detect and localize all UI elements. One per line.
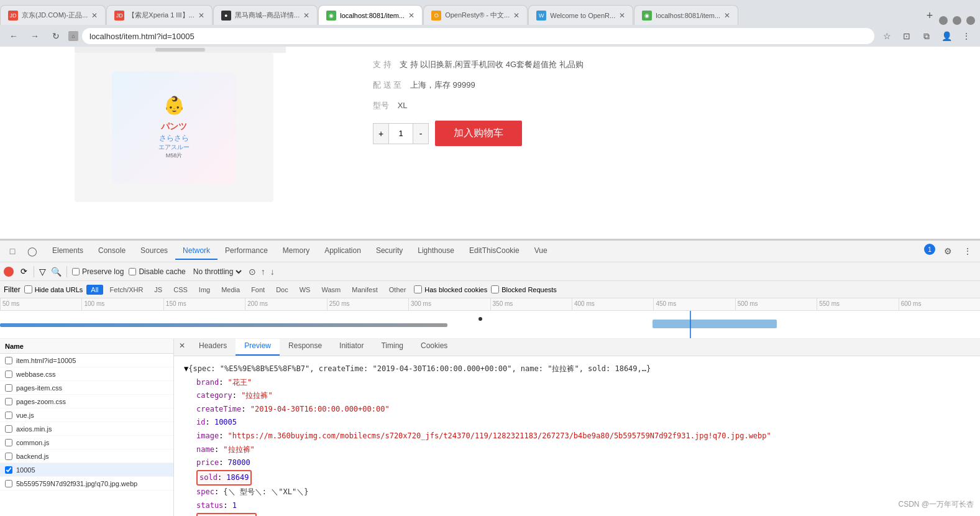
blocked-requests-input[interactable] — [491, 285, 499, 293]
preview-tab-headers[interactable]: Headers — [190, 339, 236, 356]
more-button[interactable]: ⋮ — [958, 27, 975, 45]
filter-tag-doc[interactable]: Doc — [272, 285, 293, 295]
preview-close-button[interactable]: ✕ — [174, 339, 190, 356]
record-button[interactable] — [4, 267, 14, 277]
reload-button[interactable]: ↻ — [47, 27, 65, 45]
file-list-item[interactable]: common.js — [0, 436, 173, 449]
file-list-item[interactable]: pages-item.css — [0, 381, 173, 395]
extensions-icon[interactable]: ⧉ — [918, 27, 935, 45]
tab-close-button[interactable]: ✕ — [91, 11, 98, 20]
devtools-tab-sources[interactable]: Sources — [133, 242, 175, 260]
filter-tag-manifest[interactable]: Manifest — [347, 285, 382, 295]
browser-tab-t7[interactable]: ◉ localhost:8081/item... ✕ — [634, 5, 738, 25]
file-list-item[interactable]: backend.js — [0, 449, 173, 463]
file-list-item[interactable]: axios.min.js — [0, 422, 173, 436]
preview-tab-timing[interactable]: Timing — [372, 339, 412, 356]
close-browser-button[interactable] — [966, 16, 975, 25]
settings-icon[interactable]: ⚙ — [940, 244, 955, 259]
browser-tab-t3[interactable]: ● 黑马商城--商品详情... ✕ — [213, 5, 318, 25]
file-list-item[interactable]: item.html?id=10005 — [0, 354, 173, 367]
preview-tab-response[interactable]: Response — [280, 339, 331, 356]
devtools-tab-console[interactable]: Console — [91, 242, 133, 260]
devtools-tab-security[interactable]: Security — [369, 242, 410, 260]
json-toggle[interactable]: ▼ — [184, 362, 188, 376]
devtools-tab-elements[interactable]: Elements — [45, 242, 91, 260]
preserve-log-input[interactable] — [72, 268, 80, 275]
has-blocked-cookies-input[interactable] — [414, 285, 422, 293]
file-checkbox[interactable] — [5, 384, 12, 392]
minimize-button[interactable] — [939, 16, 948, 25]
file-checkbox[interactable] — [5, 453, 12, 460]
preview-tab-cookies[interactable]: Cookies — [412, 339, 456, 356]
filter-tag-media[interactable]: Media — [217, 285, 244, 295]
quantity-input[interactable] — [388, 124, 413, 144]
filter-tag-img[interactable]: Img — [195, 285, 214, 295]
filter-tag-font[interactable]: Font — [247, 285, 269, 295]
filter-tag-other[interactable]: Other — [385, 285, 411, 295]
file-checkbox[interactable] — [5, 398, 12, 405]
tab-close-button[interactable]: ✕ — [513, 11, 520, 20]
tab-close-button[interactable]: ✕ — [408, 11, 414, 20]
file-list-item[interactable]: 5b5595759N7d92f931.jpg!q70.jpg.webp — [0, 477, 173, 491]
file-list-item[interactable]: pages-zoom.css — [0, 395, 173, 408]
tab-close-button[interactable]: ✕ — [198, 11, 204, 20]
devtools-tab-vue[interactable]: Vue — [527, 242, 555, 260]
browser-tab-t6[interactable]: W Welcome to OpenR... ✕ — [528, 5, 633, 25]
file-list-item[interactable]: vue.js — [0, 408, 173, 422]
preview-tab-initiator[interactable]: Initiator — [331, 339, 372, 356]
browser-tab-t1[interactable]: JD 京东(JD.COM)-正品... ✕ — [0, 5, 106, 25]
filter-tag-ws[interactable]: WS — [295, 285, 315, 295]
hide-data-urls-input[interactable] — [24, 285, 32, 293]
throttle-select[interactable]: No throttling — [191, 267, 244, 277]
filter-icon[interactable]: ▽ — [39, 267, 46, 277]
devtools-tab-performance[interactable]: Performance — [218, 242, 275, 260]
add-to-cart-button[interactable]: 加入购物车 — [435, 121, 522, 146]
disable-cache-checkbox[interactable]: Disable cache — [129, 267, 185, 276]
qty-down-button[interactable]: - — [413, 124, 428, 144]
tab-close-button[interactable]: ✕ — [619, 11, 625, 20]
clear-button[interactable]: ⟳ — [19, 267, 29, 277]
address-input[interactable] — [82, 28, 874, 44]
file-checkbox[interactable] — [5, 425, 12, 433]
filter-tag-js[interactable]: JS — [150, 285, 167, 295]
file-list-item[interactable]: 10005 — [0, 463, 173, 477]
inspector-icon[interactable]: □ — [5, 244, 20, 259]
maximize-button[interactable] — [953, 16, 961, 25]
preview-tab-preview[interactable]: Preview — [236, 339, 280, 356]
devtools-tab-application[interactable]: Application — [317, 242, 369, 260]
online-icon[interactable]: ⊙ — [249, 267, 256, 277]
filter-tag-all[interactable]: All — [86, 285, 103, 295]
device-icon[interactable]: ◯ — [25, 244, 40, 259]
file-checkbox[interactable] — [5, 412, 12, 419]
file-list-item[interactable]: webbase.css — [0, 367, 173, 381]
devtools-tab-network[interactable]: Network — [175, 242, 218, 260]
blocked-requests-label[interactable]: Blocked Requests — [491, 285, 557, 293]
upload-icon[interactable]: ↑ — [261, 267, 265, 277]
devtools-tab-memory[interactable]: Memory — [275, 242, 317, 260]
back-button[interactable]: ← — [5, 27, 22, 45]
devtools-tab-lighthouse[interactable]: Lighthouse — [410, 242, 462, 260]
file-checkbox[interactable] — [5, 357, 12, 364]
hide-data-urls-label[interactable]: Hide data URLs — [24, 285, 83, 293]
tab-close-button[interactable]: ✕ — [303, 11, 309, 20]
forward-button[interactable]: → — [26, 27, 44, 45]
file-checkbox[interactable] — [5, 466, 12, 474]
filter-tag-css[interactable]: CSS — [169, 285, 192, 295]
devtools-tab-editthiscookie[interactable]: EditThisCookie — [462, 242, 527, 260]
download-icon[interactable]: ↓ — [270, 267, 275, 277]
file-checkbox[interactable] — [5, 371, 12, 378]
preserve-log-checkbox[interactable]: Preserve log — [72, 267, 124, 276]
browser-tab-t4[interactable]: ◉ localhost:8081/item... ✕ — [318, 5, 423, 25]
search-icon[interactable]: 🔍 — [51, 267, 62, 277]
browser-tab-t2[interactable]: JD 【索尼Xperia 1 III】... ✕ — [106, 5, 212, 25]
file-checkbox[interactable] — [5, 439, 12, 446]
disable-cache-input[interactable] — [129, 268, 136, 275]
qty-up-button[interactable]: + — [373, 124, 388, 144]
new-tab-button[interactable]: + — [920, 6, 939, 25]
profile-icon[interactable]: 👤 — [938, 27, 955, 45]
has-blocked-cookies-label[interactable]: Has blocked cookies — [414, 285, 487, 293]
filter-tag-wasm[interactable]: Wasm — [317, 285, 345, 295]
browser-tab-t5[interactable]: O OpenResty® - 中文... ✕ — [423, 5, 528, 25]
file-checkbox[interactable] — [5, 480, 12, 487]
more-devtools-icon[interactable]: ⋮ — [960, 244, 975, 259]
